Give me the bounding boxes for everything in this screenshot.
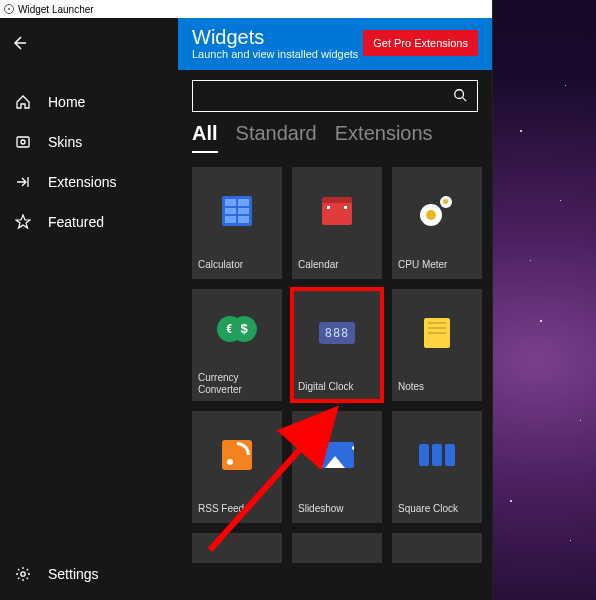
- tile-label: CPU Meter: [392, 255, 482, 279]
- app-window: Widget Launcher Home Skins: [0, 0, 493, 600]
- rss-icon: [222, 440, 252, 470]
- tile-label: Square Clock: [392, 499, 482, 523]
- widget-tile-calendar[interactable]: Calendar: [292, 167, 382, 279]
- tile-label: RSS Feed: [192, 499, 282, 523]
- sidebar-item-extensions[interactable]: Extensions: [0, 162, 178, 202]
- digital-clock-icon: 888: [319, 322, 355, 344]
- widget-tile-cpu[interactable]: CPU Meter: [392, 167, 482, 279]
- app-icon: [4, 4, 14, 14]
- tile-label: Digital Clock: [292, 377, 382, 401]
- header-banner: Widgets Launch and view installed widget…: [178, 18, 492, 70]
- widget-tile-notes[interactable]: Notes: [392, 289, 482, 401]
- extensions-icon: [14, 173, 32, 191]
- tab-all[interactable]: All: [192, 122, 218, 153]
- svg-rect-0: [17, 137, 29, 147]
- widget-grid: Calculator Calendar CPU Meter €$ Currenc…: [178, 153, 492, 563]
- sidebar-item-label: Home: [48, 94, 85, 110]
- sidebar-item-featured[interactable]: Featured: [0, 202, 178, 242]
- gear-icon: [14, 565, 32, 583]
- widget-tile-digital-clock[interactable]: 888 Digital Clock: [292, 289, 382, 401]
- square-clock-icon: [419, 444, 455, 466]
- get-pro-button[interactable]: Get Pro Extensions: [363, 30, 478, 56]
- widget-tile-rss[interactable]: RSS Feed: [192, 411, 282, 523]
- tabs: All Standard Extensions: [178, 116, 492, 153]
- search-icon: [453, 88, 467, 102]
- sidebar: Home Skins Extensions: [0, 18, 178, 600]
- main-content: Widgets Launch and view installed widget…: [178, 18, 492, 600]
- widget-tile-more-3[interactable]: [392, 533, 482, 563]
- calendar-icon: [322, 197, 352, 225]
- sidebar-item-label: Extensions: [48, 174, 116, 190]
- back-button[interactable]: [0, 26, 38, 60]
- widget-tile-more-2[interactable]: [292, 533, 382, 563]
- window-title: Widget Launcher: [18, 4, 94, 15]
- page-title: Widgets: [192, 26, 358, 48]
- tile-label: Notes: [392, 377, 482, 401]
- widget-tile-slideshow[interactable]: Slideshow: [292, 411, 382, 523]
- currency-icon: €$: [217, 316, 257, 342]
- widget-tile-square-clock[interactable]: Square Clock: [392, 411, 482, 523]
- tile-label: Calendar: [292, 255, 382, 279]
- sidebar-item-label: Featured: [48, 214, 104, 230]
- tile-label: Slideshow: [292, 499, 382, 523]
- sidebar-item-label: Skins: [48, 134, 82, 150]
- back-arrow-icon: [11, 35, 27, 51]
- svg-point-3: [455, 89, 464, 98]
- sidebar-item-home[interactable]: Home: [0, 82, 178, 122]
- svg-point-1: [21, 140, 25, 144]
- svg-point-2: [21, 572, 25, 576]
- sidebar-item-skins[interactable]: Skins: [0, 122, 178, 162]
- tile-label: Currency Converter: [192, 368, 282, 401]
- tab-standard[interactable]: Standard: [236, 122, 317, 151]
- star-icon: [14, 213, 32, 231]
- sidebar-item-settings[interactable]: Settings: [0, 554, 178, 594]
- sidebar-item-label: Settings: [48, 566, 99, 582]
- calculator-icon: [222, 196, 252, 226]
- search-input[interactable]: [199, 89, 449, 104]
- tab-extensions[interactable]: Extensions: [335, 122, 433, 151]
- home-icon: [14, 93, 32, 111]
- widget-tile-calculator[interactable]: Calculator: [192, 167, 282, 279]
- tile-label: Calculator: [192, 255, 282, 279]
- notes-icon: [424, 318, 450, 348]
- widget-tile-more-1[interactable]: [192, 533, 282, 563]
- widget-tile-currency[interactable]: €$ Currency Converter: [192, 289, 282, 401]
- titlebar: Widget Launcher: [0, 0, 492, 18]
- search-button[interactable]: [449, 86, 471, 107]
- search-box[interactable]: [192, 80, 478, 112]
- page-subtitle: Launch and view installed widgets: [192, 48, 358, 60]
- slideshow-icon: [320, 442, 354, 468]
- skins-icon: [14, 133, 32, 151]
- cpu-meter-icon: [420, 196, 454, 226]
